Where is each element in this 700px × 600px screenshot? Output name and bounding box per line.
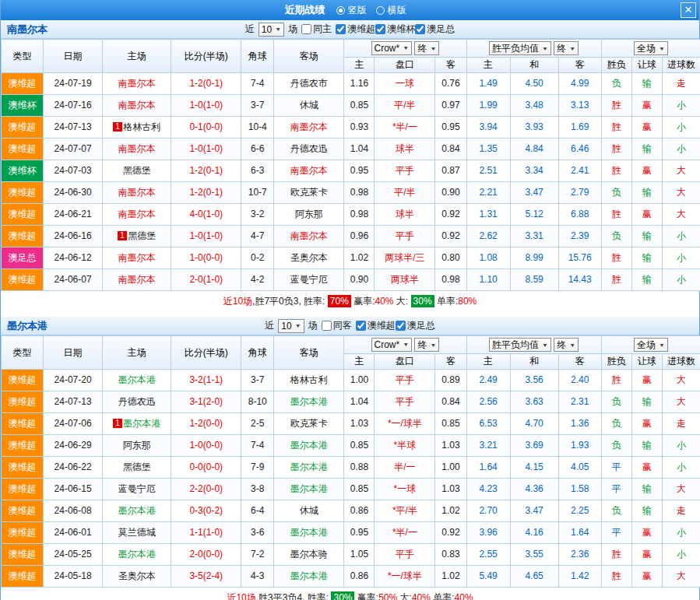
odds-final-select[interactable]: 终▼ (414, 338, 439, 352)
summary-segment: 大: (397, 592, 412, 600)
match-row: 澳维超24-06-15蓝曼宁厄2-2(0-0)3-8墨尔本港0.85*一球1.0… (2, 479, 700, 500)
league-checkbox-input[interactable] (356, 321, 366, 331)
date-cell: 24-06-22 (44, 457, 103, 479)
avg-final-select[interactable]: 终▼ (554, 338, 579, 352)
match-row: 澳维超24-07-131格林古利0-1(0-0)10-4南墨尔本0.93*半/一… (2, 117, 700, 139)
recent-count-select[interactable]: 10▼ (259, 23, 284, 37)
same-venue-checkbox[interactable]: 同主 (301, 23, 332, 36)
col-let: 让球 (631, 354, 662, 370)
view-mode-vertical[interactable]: 竖版 (336, 4, 367, 17)
avg-home-cell: 2.21 (466, 182, 510, 204)
score-cell: 1-0(1-0) (171, 226, 241, 247)
score-cell: 1-2(0-1) (171, 73, 241, 95)
away-team-cell: 圣奥尔本 (274, 247, 344, 269)
avg-home-cell: 2.49 (466, 370, 510, 391)
away-team-cell: 阿东那 (274, 204, 344, 226)
away-odds-cell: 0.97 (435, 95, 466, 117)
odds-source-select[interactable]: Crow*▼ (371, 338, 413, 352)
team-name-text: 黑德堡 (123, 165, 151, 176)
avg-draw-cell: 3.69 (510, 435, 558, 457)
odds-source-select[interactable]: Crow*▼ (371, 41, 413, 55)
away-odds-cell: 1.03 (435, 479, 466, 500)
team-name-text: 墨尔本港 (290, 396, 328, 407)
avg-away-cell: 1.69 (558, 117, 601, 139)
view-mode-horizontal[interactable]: 横版 (376, 4, 406, 17)
recent-results-window: 近期战绩 竖版 横版 ✕ 南墨尔本 近 10▼ 场 同主 澳维超澳维杯澳足总 (0, 0, 700, 600)
same-venue-checkbox-input[interactable] (301, 24, 311, 34)
home-odds-cell: 0.96 (344, 226, 375, 247)
scope-select[interactable]: 全场▼ (634, 338, 668, 352)
recent-count-select[interactable]: 10▼ (278, 319, 304, 333)
close-button[interactable]: ✕ (681, 2, 696, 18)
chevron-down-icon: ▼ (403, 45, 409, 51)
odds-final-select[interactable]: 终▼ (414, 41, 439, 55)
avg-away-cell: 2.39 (558, 226, 601, 247)
league-checkbox[interactable]: 澳足总 (415, 23, 455, 36)
league-type-cell: 澳维超 (2, 269, 44, 291)
wdl-result-cell: 胜 (601, 139, 631, 160)
corner-cell: 6-6 (241, 139, 274, 160)
same-venue-checkbox-input[interactable] (322, 321, 332, 331)
odds-controls: Crow*▼ 终▼ (344, 40, 466, 58)
league-label: 澳维杯 (387, 23, 415, 36)
handicap-result-cell: 赢 (631, 457, 662, 479)
league-checkbox[interactable]: 澳维杯 (375, 23, 415, 36)
corner-cell: 3-7 (241, 95, 274, 117)
team-name-text: 丹德农迅 (290, 143, 328, 154)
match-row: 澳维超24-06-161黑德堡1-0(1-0)4-7南墨尔本0.96平手0.92… (2, 226, 700, 247)
col-avg-away: 客 (558, 354, 601, 370)
avg-draw-cell: 3.48 (510, 95, 558, 117)
away-team-cell: 南墨尔本 (274, 226, 344, 247)
avg-odds-select[interactable]: 胜平负均值▼ (489, 338, 551, 352)
away-team-cell: 墨尔本港 (274, 479, 344, 500)
handicap-cell: 两球半 (375, 269, 435, 291)
league-checkbox[interactable]: 澳维超 (356, 319, 396, 332)
avg-draw-cell: 3.55 (510, 544, 558, 566)
avg-draw-cell: 4.15 (510, 457, 558, 479)
handicap-cell: 球半 (375, 139, 435, 160)
wdl-result-cell: 负 (601, 182, 631, 204)
league-checkbox[interactable]: 澳足总 (396, 319, 435, 332)
home-team-cell: 墨尔本港 (103, 500, 171, 522)
wdl-result-cell: 胜 (601, 160, 631, 182)
team-name-text: 蓝曼宁厄 (290, 274, 328, 285)
league-checkbox[interactable]: 澳维超 (336, 23, 375, 36)
col-odds-home: 主 (344, 58, 375, 73)
corner-cell: 7-4 (241, 435, 274, 457)
avg-away-cell: 6.46 (558, 139, 601, 160)
home-team-cell: 1墨尔本港 (103, 413, 171, 435)
avg-draw-cell: 8.59 (510, 269, 558, 291)
league-checkbox-input[interactable] (375, 24, 385, 34)
league-type-cell: 澳维超 (2, 544, 44, 566)
avg-draw-cell: 4.84 (510, 139, 558, 160)
avg-home-cell: 2.51 (466, 160, 510, 182)
red-card-badge: 1 (118, 231, 127, 240)
league-checkbox-input[interactable] (396, 321, 406, 331)
home-odds-cell: 1.04 (344, 139, 375, 160)
score-cell: 1-2(0-1) (171, 182, 241, 204)
league-checkbox-input[interactable] (336, 24, 346, 34)
wdl-result-cell: 胜 (601, 269, 631, 291)
corner-cell: 3-6 (241, 522, 274, 544)
home-team-cell: 南墨尔本 (103, 139, 171, 160)
team-name-text: 丹德农市 (290, 78, 328, 89)
scope-select[interactable]: 全场▼ (634, 41, 668, 55)
league-type-cell: 澳维杯 (2, 160, 44, 182)
avg-final-select[interactable]: 终▼ (554, 41, 579, 55)
avg-odds-select[interactable]: 胜平负均值▼ (489, 41, 551, 55)
league-checkbox-input[interactable] (415, 24, 425, 34)
score-cell: 3-5(2-4) (171, 566, 241, 588)
match-row: 澳维超24-05-25墨尔本港2-0(0-0)7-2墨尔本骑1.05平手0.83… (2, 544, 700, 566)
col-avg-draw: 和 (510, 354, 558, 370)
summary-segment: 单率: (431, 592, 455, 600)
team-name-text: 南墨尔本 (290, 165, 328, 176)
avg-draw-cell: 4.16 (510, 522, 558, 544)
league-label: 澳足总 (427, 23, 455, 36)
corner-cell: 4-7 (241, 226, 274, 247)
chevron-down-icon: ▼ (403, 342, 409, 348)
same-venue-checkbox[interactable]: 同客 (322, 319, 352, 332)
avg-away-cell: 2.40 (558, 370, 601, 391)
away-odds-cell: 0.92 (435, 204, 466, 226)
avg-controls: 胜平负均值▼ 终▼ (466, 40, 601, 58)
away-odds-cell: 0.89 (435, 370, 466, 391)
